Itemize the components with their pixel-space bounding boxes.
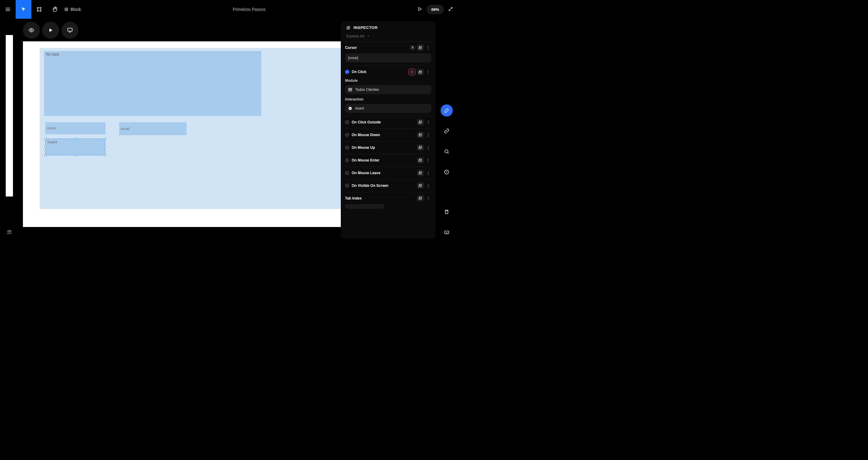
globe-tool[interactable] xyxy=(7,150,12,156)
svg-point-21 xyxy=(31,30,32,31)
svg-rect-23 xyxy=(68,28,72,31)
selection-handle[interactable] xyxy=(104,138,106,140)
link-action-button[interactable] xyxy=(441,125,453,137)
event-fx-button[interactable]: f() xyxy=(417,169,424,176)
inspector-header: INSPECTOR xyxy=(341,21,435,33)
cursor-label: Cursor xyxy=(345,46,357,50)
svg-point-13 xyxy=(10,81,11,82)
on-click-outside-label: On Click Outside xyxy=(352,120,381,124)
selection-handle[interactable] xyxy=(104,154,106,156)
users-button[interactable] xyxy=(6,229,12,236)
email-input[interactable] xyxy=(119,122,186,135)
tab-index-field[interactable] xyxy=(345,204,384,209)
tree-tool[interactable] xyxy=(7,79,12,85)
expand-button[interactable] xyxy=(448,7,453,12)
cursor-value-field[interactable]: [none] xyxy=(345,53,431,62)
svg-marker-8 xyxy=(418,7,421,10)
on-click-more-button[interactable]: ⋮ xyxy=(425,70,431,74)
cursor-fx-button[interactable]: f() xyxy=(417,44,424,51)
event-more-button[interactable]: ⋮ xyxy=(425,183,431,188)
keyboard-action-button[interactable] xyxy=(441,226,453,238)
canvas-page[interactable]: No Data Inserir xyxy=(23,41,341,227)
event-dot xyxy=(345,145,349,150)
event-more-button[interactable]: ⋮ xyxy=(425,120,431,124)
search-icon xyxy=(444,149,450,154)
svg-rect-26 xyxy=(347,26,349,29)
hand-tool[interactable] xyxy=(47,0,63,19)
history-icon xyxy=(444,169,450,175)
interaction-label: Interaction xyxy=(345,97,431,102)
svg-point-9 xyxy=(7,230,9,232)
interaction-field[interactable]: insert xyxy=(345,104,431,113)
inserir-button[interactable]: Inserir xyxy=(45,139,105,155)
block-indicator[interactable]: Block xyxy=(65,7,81,12)
edit-action-button[interactable] xyxy=(441,105,453,116)
selection-handle[interactable] xyxy=(74,138,76,140)
run-button[interactable] xyxy=(42,22,59,39)
visibility-button[interactable] xyxy=(23,22,40,39)
frame-tool[interactable] xyxy=(31,0,47,19)
nome-input[interactable] xyxy=(45,122,105,134)
tab-index-label: Tab Index xyxy=(345,196,362,200)
on-click-database-badge[interactable] xyxy=(408,68,415,76)
event-fx-button[interactable]: f() xyxy=(417,119,424,125)
device-button[interactable] xyxy=(62,22,79,39)
cursor-more-button[interactable]: ⋮ xyxy=(425,46,431,50)
preview-button[interactable] xyxy=(417,7,422,12)
data-display[interactable]: No Data xyxy=(44,51,261,116)
edit-square-icon xyxy=(346,26,350,30)
event-fx-button[interactable]: f() xyxy=(417,144,424,151)
svg-rect-29 xyxy=(349,88,352,91)
menu-icon xyxy=(5,7,10,12)
event-fx-button[interactable]: f() xyxy=(417,131,424,138)
pointer-tool[interactable] xyxy=(16,0,31,19)
menu-button[interactable] xyxy=(0,0,16,19)
selection-handle[interactable] xyxy=(44,138,46,140)
keyboard-icon xyxy=(444,230,450,235)
expects-list-row[interactable]: Expects list xyxy=(344,33,432,41)
event-more-button[interactable]: ⋮ xyxy=(425,145,431,150)
on-click-fx-button[interactable]: f() xyxy=(417,68,424,76)
search-action-button[interactable] xyxy=(441,145,453,157)
selection-handle[interactable] xyxy=(44,146,46,148)
inspector-title: INSPECTOR xyxy=(353,25,378,30)
event-fx-button[interactable]: f() xyxy=(417,157,424,164)
zoom-level[interactable]: 69% xyxy=(427,5,444,14)
globe-icon xyxy=(7,150,12,155)
event-dot xyxy=(345,158,349,163)
grid-tool[interactable] xyxy=(7,132,12,138)
module-field[interactable]: Todos Clientes xyxy=(345,85,431,94)
svg-line-43 xyxy=(447,152,449,154)
page-title: Primeiros Passos xyxy=(81,7,417,12)
svg-marker-22 xyxy=(50,28,53,32)
selection-handle[interactable] xyxy=(74,154,76,156)
svg-point-10 xyxy=(10,230,11,232)
eye-icon xyxy=(28,27,34,33)
plus-circle-icon xyxy=(348,106,352,111)
tab-index-fx-button[interactable]: f() xyxy=(417,195,424,202)
layers-tool[interactable] xyxy=(7,114,12,120)
event-more-button[interactable]: ⋮ xyxy=(425,158,431,163)
event-fx-button[interactable]: f() xyxy=(417,182,424,189)
cursor-help-button[interactable]: ? xyxy=(409,45,415,50)
block-label-text: Block xyxy=(70,7,81,12)
users-icon xyxy=(6,229,12,235)
selection-handle[interactable] xyxy=(104,146,106,148)
selection-handle[interactable] xyxy=(44,154,46,156)
history-action-button[interactable] xyxy=(441,166,453,178)
module-label: Module xyxy=(345,79,431,83)
event-dot xyxy=(345,133,349,137)
on-visible-label: On Visible On Screen xyxy=(352,183,389,188)
event-more-button[interactable]: ⋮ xyxy=(425,133,431,137)
arrow-right-icon xyxy=(367,35,370,38)
page-body[interactable]: No Data Inserir xyxy=(40,48,341,209)
trash-icon xyxy=(444,209,450,214)
layers-icon xyxy=(7,114,12,119)
database-tool[interactable] xyxy=(7,96,12,103)
block-square-icon xyxy=(65,7,68,11)
tab-index-more-button[interactable]: ⋮ xyxy=(425,196,431,200)
on-mouse-up-label: On Mouse Up xyxy=(352,145,375,150)
edit-icon xyxy=(444,108,450,113)
trash-action-button[interactable] xyxy=(441,206,453,218)
event-more-button[interactable]: ⋮ xyxy=(425,171,431,175)
